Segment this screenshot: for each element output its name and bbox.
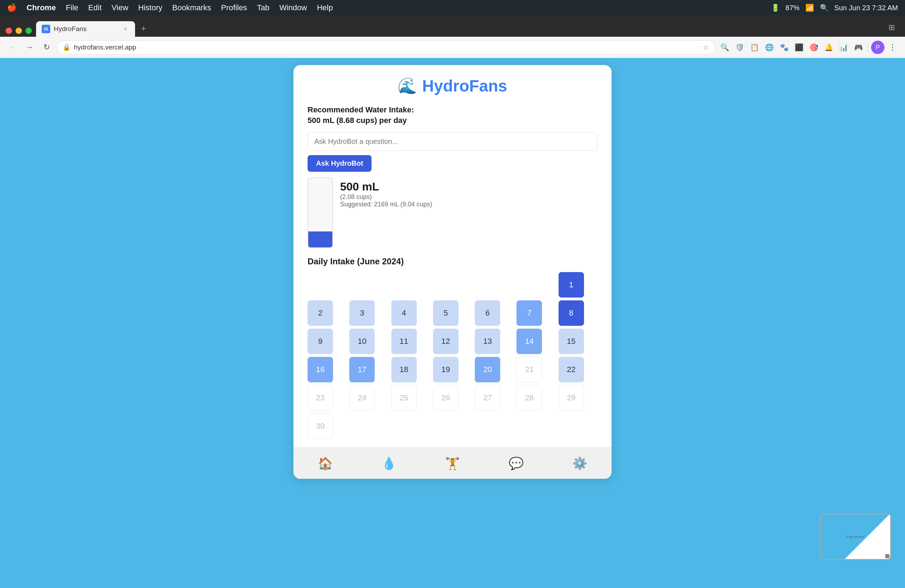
cal-day-empty [516,272,542,298]
cal-day-8[interactable]: 8 [559,300,584,326]
tab-title: HydroFans [54,25,118,33]
menubar-view[interactable]: View [112,3,128,13]
traffic-lights [6,28,32,34]
nav-item-settings[interactable]: ⚙️ [566,453,594,473]
hydrobot-section: Ask HydroBot [308,132,597,172]
cal-day-1[interactable]: 1 [559,272,584,298]
cal-day-11[interactable]: 11 [391,329,417,354]
cal-day-19[interactable]: 19 [433,357,459,382]
cal-day-empty [308,272,333,298]
lock-icon: 🔒 [63,43,70,51]
cal-day-27[interactable]: 27 [475,385,500,410]
menubar-wifi-icon: 📶 [805,3,814,12]
menubar-history[interactable]: History [138,3,162,13]
nav-item-chat[interactable]: 💬 [502,453,530,473]
water-info: 500 mL (2.08 cups) Suggested: 2169 mL (9… [340,178,432,208]
menubar: 🍎 Chrome File Edit View History Bookmark… [0,0,905,16]
app-header: 🌊 HydroFans [308,76,597,95]
cal-day-4[interactable]: 4 [391,300,417,326]
cal-day-empty [391,272,417,298]
menubar-chrome[interactable]: Chrome [27,3,56,13]
recommended-label: Recommended Water Intake: [308,105,597,114]
cal-day-29[interactable]: 29 [559,385,584,410]
app-title-colored: Fans [469,77,507,95]
menubar-search-icon[interactable]: 🔍 [820,3,829,12]
browser-chrome: H HydroFans × + ⊞ [0,16,905,37]
menubar-window[interactable]: Window [279,3,307,13]
extension-icon-2[interactable]: 📋 [748,41,761,54]
cal-day-6[interactable]: 6 [475,300,500,326]
maximize-traffic-light[interactable] [25,28,32,34]
address-box[interactable]: 🔒 hydrofans.vercel.app ☆ [57,40,715,54]
hydrobot-button[interactable]: Ask HydroBot [308,155,372,172]
cal-day-17[interactable]: 17 [349,357,375,382]
cal-day-18[interactable]: 18 [391,357,417,382]
reload-button[interactable]: ↻ [40,40,54,54]
cal-day-7[interactable]: 7 [516,300,542,326]
cal-day-empty [433,272,459,298]
search-toolbar-icon[interactable]: 🔍 [718,41,732,54]
extension-icon-4[interactable]: 🐾 [777,41,791,54]
thumbnail-resize-handle[interactable] [885,554,889,558]
cal-day-26[interactable]: 26 [433,385,459,410]
app-logo-icon: 🌊 [398,77,417,95]
menubar-file[interactable]: File [66,3,78,13]
cal-day-3[interactable]: 3 [349,300,375,326]
cal-day-10[interactable]: 10 [349,329,375,354]
page-content: 🌊 HydroFans Recommended Water Intake: 50… [0,58,905,588]
cal-day-empty [349,272,375,298]
menubar-help[interactable]: Help [317,3,333,13]
window-button[interactable]: ⊞ [884,20,899,35]
water-tube-container [308,178,333,248]
forward-button[interactable]: → [23,40,37,54]
menubar-profiles[interactable]: Profiles [221,3,247,13]
cal-day-21[interactable]: 21 [516,357,542,382]
menubar-bookmarks[interactable]: Bookmarks [172,3,211,13]
extension-icon-7[interactable]: 🔔 [822,41,835,54]
cal-day-2[interactable]: 2 [308,300,333,326]
cal-day-30[interactable]: 30 [308,414,333,439]
menubar-edit[interactable]: Edit [88,3,102,13]
cal-day-14[interactable]: 14 [516,329,542,354]
address-bar-row: ← → ↻ 🔒 hydrofans.vercel.app ☆ 🔍 🛡️ 📋 🌐 … [0,37,905,58]
apple-menu[interactable]: 🍎 [7,3,17,13]
close-traffic-light[interactable] [6,28,12,34]
thumbnail-inner: Page Preview [821,515,890,559]
new-tab-button[interactable]: + [137,21,151,35]
extension-icon-3[interactable]: 🌐 [762,41,776,54]
extension-icon-1[interactable]: 🛡️ [733,41,746,54]
extension-icon-5[interactable]: ⬛ [792,41,806,54]
more-menu-button[interactable]: ⋮ [886,41,899,54]
browser-tab-hydrofans[interactable]: H HydroFans × [36,21,135,37]
profile-avatar[interactable]: P [871,41,884,54]
cal-day-24[interactable]: 24 [349,385,375,410]
extension-icon-6[interactable]: 🎯 [807,41,821,54]
minimize-traffic-light[interactable] [16,28,22,34]
cal-day-5[interactable]: 5 [433,300,459,326]
back-button[interactable]: ← [6,40,20,54]
tab-close-button[interactable]: × [122,25,129,33]
extension-icon-8[interactable]: 📊 [837,41,850,54]
cal-day-13[interactable]: 13 [475,329,500,354]
cal-day-22[interactable]: 22 [559,357,584,382]
cal-day-23[interactable]: 23 [308,385,333,410]
extension-icon-9[interactable]: 🎮 [852,41,865,54]
water-suggested: Suggested: 2169 mL (9.04 cups) [340,201,432,208]
cal-day-20[interactable]: 20 [475,357,500,382]
app-title: HydroFans [422,76,507,95]
nav-item-fitness[interactable]: 🏋️ [438,453,467,473]
cal-day-9[interactable]: 9 [308,329,333,354]
cal-day-15[interactable]: 15 [559,329,584,354]
menubar-battery-percent: 87% [786,4,800,12]
nav-item-home[interactable]: 🏠 [311,453,339,473]
cal-day-16[interactable]: 16 [308,357,333,382]
cal-day-25[interactable]: 25 [391,385,417,410]
thumbnail-overlay: Page Preview [820,514,891,560]
calendar-grid: 1234567891011121314151617181920212223242… [308,272,597,439]
menubar-tab[interactable]: Tab [257,3,269,13]
cal-day-12[interactable]: 12 [433,329,459,354]
hydrobot-input[interactable] [308,132,597,151]
cal-day-28[interactable]: 28 [516,385,542,410]
bookmark-star-icon[interactable]: ☆ [703,43,709,52]
nav-item-water[interactable]: 💧 [375,453,403,473]
